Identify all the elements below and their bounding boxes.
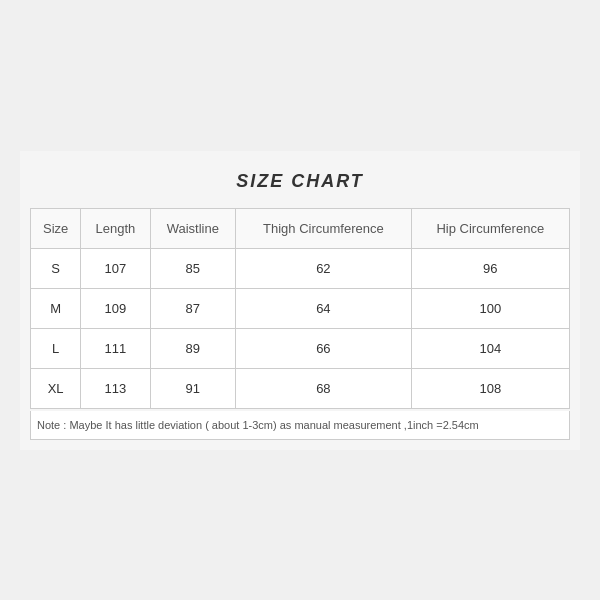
cell-waistline: 91	[150, 368, 236, 408]
cell-length: 113	[81, 368, 150, 408]
col-thigh: Thigh Circumference	[236, 208, 411, 248]
table-row: XL1139168108	[31, 368, 570, 408]
table-header-row: Size Length Waistline Thigh Circumferenc…	[31, 208, 570, 248]
col-hip: Hip Circumference	[411, 208, 569, 248]
col-size: Size	[31, 208, 81, 248]
cell-hip: 96	[411, 248, 569, 288]
cell-length: 109	[81, 288, 150, 328]
chart-container: SIZE CHART Size Length Waistline Thigh C…	[20, 151, 580, 450]
cell-size: S	[31, 248, 81, 288]
cell-waistline: 87	[150, 288, 236, 328]
cell-length: 107	[81, 248, 150, 288]
cell-size: XL	[31, 368, 81, 408]
cell-hip: 108	[411, 368, 569, 408]
col-length: Length	[81, 208, 150, 248]
cell-length: 111	[81, 328, 150, 368]
cell-thigh: 62	[236, 248, 411, 288]
table-row: S107856296	[31, 248, 570, 288]
cell-thigh: 66	[236, 328, 411, 368]
cell-hip: 100	[411, 288, 569, 328]
table-row: M1098764100	[31, 288, 570, 328]
table-row: L1118966104	[31, 328, 570, 368]
cell-waistline: 85	[150, 248, 236, 288]
col-waistline: Waistline	[150, 208, 236, 248]
chart-title: SIZE CHART	[30, 171, 570, 192]
cell-waistline: 89	[150, 328, 236, 368]
note-text: Note : Maybe It has little deviation ( a…	[30, 411, 570, 440]
cell-thigh: 64	[236, 288, 411, 328]
cell-thigh: 68	[236, 368, 411, 408]
size-table: Size Length Waistline Thigh Circumferenc…	[30, 208, 570, 409]
cell-size: M	[31, 288, 81, 328]
cell-hip: 104	[411, 328, 569, 368]
cell-size: L	[31, 328, 81, 368]
